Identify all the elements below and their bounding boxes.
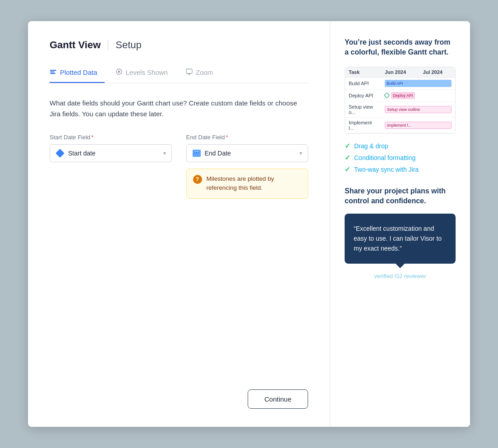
feature-conditional: ✓ Conditional formatting (345, 154, 456, 162)
bar-implement: Implement l... (385, 122, 452, 129)
check-icon-1: ✓ (345, 142, 350, 150)
start-date-select[interactable]: Start date ▾ (50, 144, 172, 162)
svg-rect-2 (50, 73, 55, 74)
testimonial-author: verified G2 reviewer (345, 273, 456, 279)
tab-zoom[interactable]: Zoom (186, 64, 220, 83)
gantt-task-4: Implement l... (345, 117, 381, 133)
fields-row: Start Date Field* Start date ▾ End Date … (50, 134, 308, 199)
gantt-row-3: Setup view o... Setup view outline (345, 101, 455, 117)
levels-shown-icon (115, 68, 123, 77)
gantt-col-jul: Jul 2024 (419, 67, 455, 78)
feature-label-3: Two-way sync with Jira (354, 166, 419, 173)
gantt-table: Task Jun 2024 Jul 2024 Build API Build A… (345, 67, 455, 133)
modal-subtitle: Setup (115, 39, 142, 51)
right-panel: You’re just seconds away from a colorful… (330, 21, 470, 427)
diamond-icon (55, 149, 65, 158)
testimonial-box: “Excellent customization and easy to use… (345, 214, 456, 264)
gantt-task-1: Build API (345, 77, 381, 89)
promo-headline: You’re just seconds away from a colorful… (345, 37, 456, 58)
bar-deploy-api: Deploy API (391, 92, 415, 99)
feature-label-2: Conditional formatting (354, 154, 415, 161)
svg-rect-7 (189, 74, 189, 75)
milestone-icon (385, 93, 389, 97)
milestone-info-icon: ? (193, 175, 202, 184)
header-divider (108, 40, 108, 50)
svg-rect-0 (50, 70, 56, 71)
tab-levels-shown-label: Levels Shown (126, 69, 168, 76)
gantt-row-1: Build API Build API (345, 77, 455, 89)
continue-btn-row: Continue (50, 371, 308, 409)
check-icon-3: ✓ (345, 165, 350, 174)
feature-sync: ✓ Two-way sync with Jira (345, 165, 456, 174)
tab-plotted-data[interactable]: Plotted Data (50, 64, 105, 83)
testimonial-arrow (396, 264, 405, 268)
end-date-value: End Date (205, 150, 296, 157)
zoom-icon (186, 69, 193, 77)
svg-point-4 (118, 71, 120, 73)
start-date-required: * (91, 134, 93, 141)
share-headline: Share your project plans with control an… (345, 186, 456, 206)
end-date-required: * (226, 134, 228, 141)
gantt-col-jun: Jun 2024 (381, 67, 419, 78)
end-date-select[interactable]: End Date ▾ (186, 144, 309, 162)
svg-rect-1 (50, 72, 55, 73)
gantt-bar-4: Implement l... (381, 117, 455, 133)
milestone-tooltip: ? Milestones are plotted by referencing … (186, 169, 309, 199)
gantt-col-task: Task (345, 67, 381, 78)
svg-rect-11 (197, 151, 198, 152)
testimonial-text: “Excellent customization and easy to use… (354, 225, 442, 252)
start-date-arrow-icon: ▾ (163, 150, 166, 156)
end-date-arrow-icon: ▾ (300, 150, 302, 156)
tab-plotted-data-label: Plotted Data (60, 69, 97, 76)
gantt-task-3: Setup view o... (345, 101, 381, 117)
svg-rect-5 (186, 69, 192, 73)
left-panel: Gantt View Setup Plotted Data (28, 21, 330, 427)
plotted-data-icon (50, 68, 57, 77)
gantt-row-2: Deploy API Deploy API (345, 89, 455, 101)
end-date-label: End Date Field* (186, 134, 309, 141)
gantt-preview: Task Jun 2024 Jul 2024 Build API Build A… (345, 67, 456, 134)
modal-title: Gantt View (50, 39, 101, 51)
start-date-label: Start Date Field* (50, 134, 172, 141)
tabs: Plotted Data Levels Shown (50, 64, 308, 83)
tab-levels-shown[interactable]: Levels Shown (115, 64, 175, 83)
svg-rect-10 (195, 151, 196, 152)
svg-rect-9 (194, 152, 199, 153)
description-text: What date fields should your Gantt chart… (50, 98, 308, 119)
calendar-icon (193, 150, 201, 157)
end-date-field-icon (192, 149, 201, 158)
continue-button[interactable]: Continue (248, 389, 308, 409)
start-date-field-icon (55, 149, 65, 158)
gantt-row-4: Implement l... Implement l... (345, 117, 455, 133)
gantt-task-2: Deploy API (345, 89, 381, 101)
start-date-field-group: Start Date Field* Start date ▾ (50, 134, 172, 199)
tab-zoom-label: Zoom (196, 69, 213, 76)
end-date-field-group: End Date Field* End Date ▾ ? Milestones … (186, 134, 309, 199)
check-icon-2: ✓ (345, 154, 350, 162)
gantt-bar-3: Setup view outline (381, 101, 455, 117)
feature-drag-drop: ✓ Drag & drop (345, 142, 456, 150)
features-list: ✓ Drag & drop ✓ Conditional formatting ✓… (345, 142, 456, 174)
svg-rect-6 (188, 73, 190, 74)
gantt-bar-1: Build API (381, 77, 455, 89)
gantt-bar-2: Deploy API (381, 89, 455, 101)
bar-build-api: Build API (385, 80, 452, 87)
feature-label-1: Drag & drop (354, 142, 388, 150)
modal-header: Gantt View Setup (50, 39, 308, 51)
modal: Gantt View Setup Plotted Data (28, 21, 470, 427)
bar-setup-view: Setup view outline (385, 106, 452, 113)
start-date-value: Start date (68, 150, 160, 157)
milestone-tooltip-text: Milestones are plotted by referencing th… (207, 174, 302, 193)
